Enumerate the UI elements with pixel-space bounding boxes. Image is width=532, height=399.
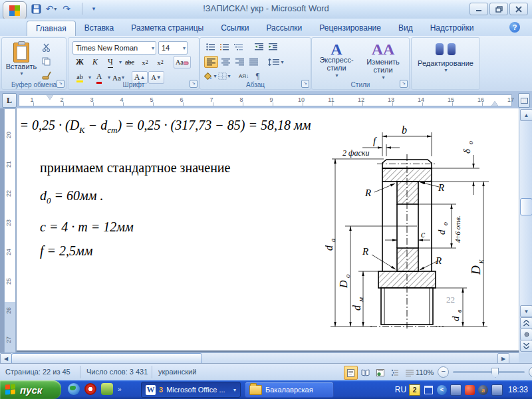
language-bar[interactable]: RU: [396, 385, 406, 395]
copy-button[interactable]: [39, 56, 54, 67]
highlight-dropdown-icon[interactable]: ▾: [88, 74, 91, 80]
superscript-button[interactable]: x2: [153, 57, 168, 68]
draft-view-button[interactable]: [402, 366, 416, 380]
tab-ssylki[interactable]: Ссылки: [212, 21, 257, 36]
tab-rassylki[interactable]: Рассылки: [257, 21, 311, 36]
format-painter-button[interactable]: [39, 70, 54, 81]
previous-page-button[interactable]: [520, 317, 532, 329]
quick-launch-expand-icon[interactable]: »: [118, 386, 122, 393]
clipboard-dialog-launcher[interactable]: ↘: [57, 80, 65, 88]
document-page[interactable]: 0 = 0,25 · (DК − dст) = 0,25 · (317,73 −…: [17, 108, 519, 352]
cut-button[interactable]: [39, 42, 54, 53]
font-dialog-launcher[interactable]: ↘: [190, 80, 198, 88]
close-button[interactable]: [509, 3, 528, 15]
borders-button[interactable]: ▾: [218, 70, 231, 81]
font-size-combo[interactable]: 14 ▾: [158, 41, 188, 55]
align-left-button[interactable]: [204, 56, 218, 68]
internet-globe-icon[interactable]: [68, 383, 80, 395]
tab-razmetka[interactable]: Разметка страницы: [122, 21, 212, 36]
vertical-scrollbar[interactable]: ▲ ▼: [519, 108, 532, 352]
group-font: Times New Roman ▾ 14 ▾ Ж К Ч ▾ abc x2 x2…: [68, 37, 200, 90]
zoom-slider[interactable]: [453, 371, 525, 373]
vertical-ruler[interactable]: 2021222324252627: [4, 108, 16, 354]
start-button[interactable]: пуск: [0, 380, 61, 399]
increase-indent-button[interactable]: [267, 41, 279, 52]
vertical-scroll-thumb[interactable]: [520, 198, 532, 215]
quick-styles-button[interactable]: А Экспресс-стили ▾: [315, 41, 358, 79]
hide-icons-chevron[interactable]: <: [437, 385, 447, 395]
minimize-button[interactable]: [469, 3, 488, 15]
tab-vstavka[interactable]: Вставка: [76, 21, 123, 36]
ruler-number: 17: [503, 96, 518, 103]
tab-recenzirovanie[interactable]: Рецензирование: [311, 21, 390, 36]
select-browse-object-button[interactable]: [520, 329, 532, 340]
right-indent-marker[interactable]: [491, 101, 498, 106]
editing-button[interactable]: Редактирование ▾: [417, 41, 474, 82]
opera-browser-icon[interactable]: [84, 383, 96, 395]
decrease-indent-button[interactable]: [253, 41, 265, 52]
next-page-button[interactable]: [520, 340, 532, 352]
scroll-up-button[interactable]: ▲: [520, 109, 532, 121]
font-color-dropdown-icon[interactable]: ▾: [108, 74, 110, 80]
help-button[interactable]: ?: [509, 22, 520, 33]
word-count[interactable]: Число слов: 3 431: [86, 368, 148, 376]
outline-view-button[interactable]: [388, 366, 402, 380]
underline-button[interactable]: Ч: [103, 57, 118, 68]
paragraph-dialog-launcher[interactable]: ↘: [301, 80, 309, 88]
shading-button[interactable]: ▾: [204, 70, 217, 81]
tab-stop-selector[interactable]: L: [2, 93, 17, 108]
italic-button[interactable]: К: [88, 57, 102, 68]
restore-button[interactable]: [489, 3, 508, 15]
web-layout-view-button[interactable]: [373, 366, 387, 380]
agent-tray-icon[interactable]: a: [478, 385, 488, 395]
tab-vid[interactable]: Вид: [390, 21, 422, 36]
zoom-level[interactable]: 110%: [416, 368, 434, 376]
ruler-number: 1: [25, 96, 39, 103]
strikethrough-button[interactable]: abc: [122, 57, 137, 68]
underline-dropdown-icon[interactable]: ▾: [119, 59, 122, 65]
tab-nadstroyki[interactable]: Надстройки: [422, 21, 483, 36]
antivirus-tray-icon[interactable]: [465, 385, 475, 395]
bullets-button[interactable]: [204, 41, 217, 52]
language-indicator[interactable]: украинский: [158, 368, 196, 376]
align-center-button[interactable]: [219, 57, 232, 67]
tab-glavnaya[interactable]: Главная: [27, 21, 76, 36]
sort-button[interactable]: АЯ↓: [237, 70, 250, 81]
multilevel-list-button[interactable]: [232, 41, 245, 52]
full-screen-reading-view-button[interactable]: [358, 366, 372, 380]
styles-dialog-launcher[interactable]: ↘: [400, 80, 408, 88]
ruler-toggle-button[interactable]: [518, 93, 530, 108]
zoom-out-button[interactable]: −: [438, 366, 449, 378]
window-title: !ЗАПИСКА! укр - Microsoft Word: [0, 3, 532, 13]
messenger-app-icon[interactable]: [101, 383, 113, 395]
subscript-button[interactable]: x2: [138, 57, 152, 68]
superscript-2: 2: [161, 59, 164, 65]
horizontal-ruler[interactable]: 1234567891011121314151617: [19, 94, 512, 106]
punto-switcher-tray-icon[interactable]: 2: [409, 384, 420, 396]
network-tray-icon[interactable]: [450, 384, 462, 396]
page-indicator[interactable]: Страница: 22 из 45: [5, 368, 70, 376]
clear-formatting-button[interactable]: Aa: [174, 56, 191, 68]
paste-button[interactable]: Вставить ▾: [6, 41, 37, 80]
zoom-slider-thumb[interactable]: [491, 368, 499, 378]
word-taskbar-button[interactable]: W 3 Microsoft Office ... ▾: [141, 382, 241, 398]
taskbar-clock[interactable]: 18:33: [508, 385, 528, 394]
first-line-indent-marker[interactable]: [47, 95, 53, 100]
justify-button[interactable]: [247, 57, 260, 67]
window-tray-icon[interactable]: [424, 385, 434, 395]
font-name-combo[interactable]: Times New Roman ▾: [72, 41, 156, 55]
folder-taskbar-button[interactable]: Бакалаврская: [245, 382, 334, 398]
network-tray-icon-2[interactable]: [491, 384, 503, 396]
zoom-in-button[interactable]: +: [529, 366, 532, 378]
align-right-button[interactable]: [233, 57, 246, 67]
show-paragraph-marks-button[interactable]: ¶: [251, 70, 264, 81]
horizontal-scrollbar[interactable]: ◀ ▶: [0, 352, 519, 364]
line-spacing-button[interactable]: ▾: [268, 57, 284, 67]
print-layout-view-button[interactable]: [344, 366, 358, 380]
bold-button[interactable]: Ж: [72, 57, 87, 68]
change-styles-button[interactable]: АА Изменить стили ▾: [361, 41, 405, 79]
scroll-down-button[interactable]: ▼: [520, 305, 532, 317]
fillet-r3-label: R: [362, 246, 368, 257]
ruler-number: 8: [234, 96, 249, 103]
numbering-button[interactable]: [218, 41, 231, 52]
